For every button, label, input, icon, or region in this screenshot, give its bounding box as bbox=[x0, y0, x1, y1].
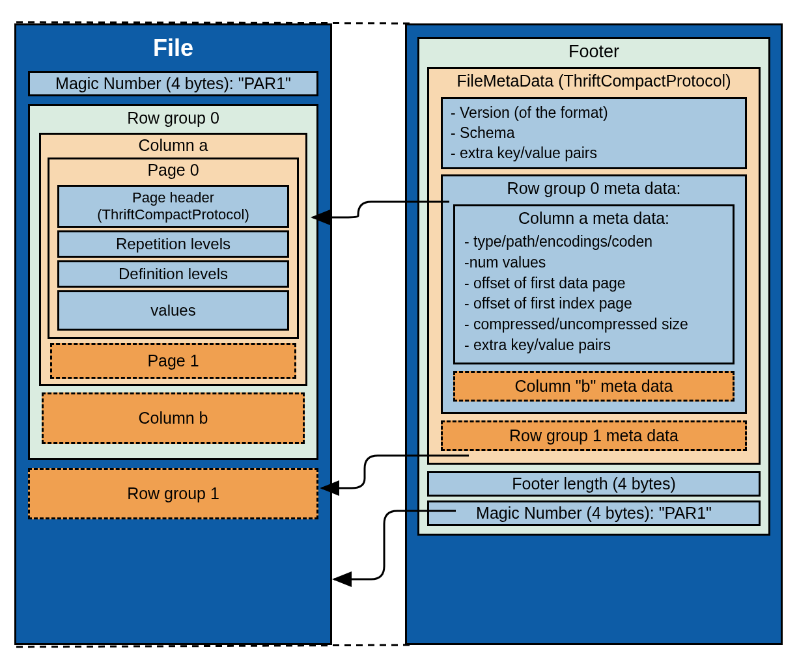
footer-length: Footer length (4 bytes) bbox=[427, 471, 761, 497]
column-a-meta-title: Column a meta data: bbox=[455, 206, 733, 230]
meta-item: - Version (of the format) bbox=[451, 103, 737, 123]
magic-number-bottom: Magic Number (4 bytes): "PAR1" bbox=[427, 500, 761, 526]
page-1: Page 1 bbox=[50, 343, 296, 379]
meta-item: - extra key/value pairs bbox=[464, 335, 723, 356]
repetition-levels: Repetition levels bbox=[57, 230, 289, 258]
footer-container: Footer FileMetaData (ThriftCompactProtoc… bbox=[405, 23, 783, 645]
column-b-meta: Column "b" meta data bbox=[453, 371, 735, 402]
meta-item: -num values bbox=[464, 253, 723, 273]
column-a-meta-items: - type/path/encodings/coden -num values … bbox=[455, 230, 733, 357]
page-header: Page header (ThriftCompactProtocol) bbox=[57, 185, 289, 228]
file-container: File Magic Number (4 bytes): "PAR1" Row … bbox=[14, 23, 332, 645]
diagram-canvas: File Magic Number (4 bytes): "PAR1" Row … bbox=[0, 0, 812, 671]
meta-item: - offset of first index page bbox=[464, 294, 723, 314]
svg-line-1 bbox=[16, 645, 415, 647]
column-a-meta: Column a meta data: - type/path/encoding… bbox=[453, 204, 735, 364]
footer-title: Footer bbox=[419, 39, 768, 64]
row-group-1: Row group 1 bbox=[28, 468, 318, 519]
file-title: File bbox=[16, 25, 330, 71]
row-group-1-meta: Row group 1 meta data bbox=[441, 420, 747, 451]
page-0-title: Page 0 bbox=[49, 159, 297, 182]
meta-item: - offset of first data page bbox=[464, 273, 723, 294]
row-group-0-meta-title: Row group 0 meta data: bbox=[443, 176, 745, 202]
meta-item: - compressed/uncompressed size bbox=[464, 314, 723, 335]
row-group-0-meta: Row group 0 meta data: Column a meta dat… bbox=[441, 174, 747, 413]
definition-levels: Definition levels bbox=[57, 260, 289, 288]
page-0: Page 0 Page header (ThriftCompactProtoco… bbox=[48, 157, 299, 339]
meta-item: - extra key/value pairs bbox=[451, 143, 737, 163]
row-group-0: Row group 0 Column a Page 0 Page header … bbox=[28, 104, 318, 460]
column-a: Column a Page 0 Page header (ThriftCompa… bbox=[39, 133, 307, 386]
meta-top-items: - Version (of the format) - Schema - ext… bbox=[441, 97, 747, 169]
footer-inner: Footer FileMetaData (ThriftCompactProtoc… bbox=[417, 37, 770, 536]
meta-item: - Schema bbox=[451, 123, 737, 143]
file-meta-data-title: FileMetaData (ThriftCompactProtocol) bbox=[429, 69, 759, 93]
column-a-title: Column a bbox=[41, 135, 305, 156]
file-meta-data: FileMetaData (ThriftCompactProtocol) - V… bbox=[427, 67, 761, 465]
row-group-0-title: Row group 0 bbox=[30, 106, 316, 130]
values: values bbox=[57, 290, 289, 331]
meta-item: - type/path/encodings/coden bbox=[464, 232, 723, 253]
magic-number-top: Magic Number (4 bytes): "PAR1" bbox=[28, 71, 318, 96]
column-b: Column b bbox=[42, 392, 305, 444]
